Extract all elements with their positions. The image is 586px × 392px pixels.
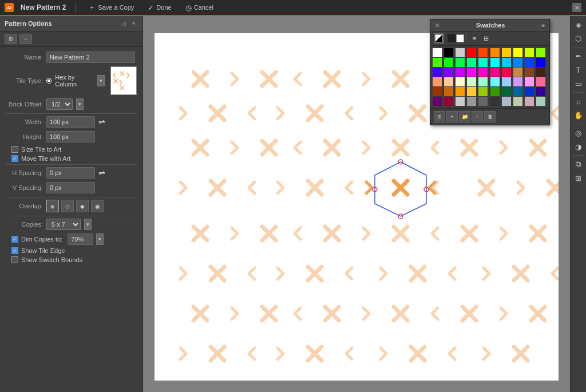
- color-swatch-14[interactable]: [478, 58, 488, 67]
- dim-pct-arrow[interactable]: ▾: [96, 233, 104, 245]
- color-swatch-7[interactable]: [513, 48, 522, 57]
- color-swatch-55[interactable]: [490, 97, 500, 106]
- height-input[interactable]: [46, 131, 95, 142]
- color-swatch-16[interactable]: [502, 58, 511, 67]
- color-swatch-32[interactable]: [456, 77, 465, 86]
- color-swatch-35[interactable]: [490, 77, 500, 86]
- color-swatch-4[interactable]: [478, 48, 488, 57]
- color-swatch-31[interactable]: [444, 77, 453, 86]
- copies-arrow[interactable]: ▾: [84, 219, 92, 230]
- swatch-fill-icon[interactable]: [434, 33, 444, 43]
- color-swatch-13[interactable]: [467, 58, 476, 67]
- show-tile-edge-checkbox[interactable]: ✓: [11, 247, 18, 254]
- panel-collapse-icon[interactable]: ◁: [120, 19, 128, 27]
- swatch-view-grid[interactable]: ⊞: [481, 33, 491, 43]
- swatch-add-btn[interactable]: +: [446, 111, 458, 122]
- color-swatch-5[interactable]: [490, 48, 500, 57]
- width-input[interactable]: [46, 116, 95, 128]
- overlap-btn-4[interactable]: ◉: [91, 200, 104, 212]
- swatch-delete-btn[interactable]: 🗑: [484, 111, 496, 122]
- swatch-folder-btn[interactable]: 📁: [459, 111, 470, 122]
- color-swatch-49[interactable]: [536, 87, 545, 96]
- color-swatch-46[interactable]: [502, 87, 511, 96]
- canvas-area[interactable]: ✕ Swatches ≡ ≡ ⊞: [143, 16, 570, 392]
- swatch-groups-btn[interactable]: ⊞: [434, 111, 445, 122]
- done-button[interactable]: ✓ Done: [144, 2, 175, 13]
- color-swatch-40[interactable]: [433, 87, 442, 96]
- color-swatch-30[interactable]: [433, 77, 442, 86]
- color-swatch-6[interactable]: [502, 48, 511, 57]
- color-swatch-0[interactable]: [433, 48, 442, 57]
- color-swatch-45[interactable]: [490, 87, 500, 96]
- tool-gradient[interactable]: ◑: [572, 140, 585, 153]
- copies-select[interactable]: 5 x 7: [46, 219, 81, 230]
- tool-align[interactable]: ⊞: [572, 172, 585, 184]
- color-swatch-25[interactable]: [490, 68, 500, 77]
- color-swatch-2[interactable]: [456, 48, 465, 57]
- swatch-white[interactable]: [456, 34, 464, 42]
- color-swatch-33[interactable]: [467, 77, 476, 86]
- color-swatch-39[interactable]: [536, 77, 545, 86]
- color-swatch-58[interactable]: [525, 97, 534, 106]
- tool-type[interactable]: T: [572, 64, 585, 76]
- color-swatch-50[interactable]: [433, 97, 442, 106]
- swatches-close-icon[interactable]: ✕: [435, 22, 440, 29]
- color-swatch-51[interactable]: [444, 97, 453, 106]
- tool-color[interactable]: ◎: [572, 126, 585, 139]
- color-swatch-8[interactable]: [525, 48, 534, 57]
- swatches-menu-icon[interactable]: ≡: [541, 22, 545, 29]
- color-swatch-18[interactable]: [525, 58, 534, 67]
- color-swatch-11[interactable]: [444, 58, 453, 67]
- hv-link-icon[interactable]: ⇌: [98, 168, 105, 177]
- color-swatch-34[interactable]: [478, 77, 488, 86]
- color-swatch-19[interactable]: [536, 58, 545, 67]
- color-swatch-17[interactable]: [513, 58, 522, 67]
- arrow-btn[interactable]: ↔: [19, 34, 32, 44]
- color-swatch-24[interactable]: [478, 68, 488, 77]
- move-tile-checkbox[interactable]: ✓: [11, 155, 18, 162]
- tool-zoom[interactable]: ⌕: [572, 95, 585, 108]
- swatch-view-list[interactable]: ≡: [469, 33, 480, 43]
- color-swatch-9[interactable]: [536, 48, 545, 57]
- tool-select[interactable]: ◈: [572, 18, 585, 31]
- panel-menu-icon[interactable]: ≡: [130, 19, 138, 27]
- color-swatch-26[interactable]: [502, 68, 511, 77]
- color-swatch-15[interactable]: [490, 58, 500, 67]
- tile-icon-btn[interactable]: ⊞: [5, 34, 17, 44]
- color-swatch-37[interactable]: [513, 77, 522, 86]
- swatch-move-btn[interactable]: ↑: [472, 111, 483, 122]
- color-swatch-41[interactable]: [444, 87, 453, 96]
- color-swatch-27[interactable]: [513, 68, 522, 77]
- color-swatch-38[interactable]: [525, 77, 534, 86]
- color-swatch-47[interactable]: [513, 87, 522, 96]
- color-swatch-10[interactable]: [433, 58, 442, 67]
- color-swatch-22[interactable]: [456, 68, 465, 77]
- overlap-btn-2[interactable]: ◇: [61, 200, 74, 212]
- color-swatch-42[interactable]: [456, 87, 465, 96]
- h-spacing-input[interactable]: [46, 167, 95, 179]
- overlap-btn-3[interactable]: ◆: [76, 200, 89, 212]
- tool-hand[interactable]: ✋: [572, 109, 585, 121]
- save-copy-button[interactable]: ＋ Save a Copy: [85, 1, 137, 14]
- color-swatch-3[interactable]: [467, 48, 476, 57]
- tool-pen[interactable]: ✒: [572, 50, 585, 62]
- color-swatch-20[interactable]: [433, 68, 442, 77]
- window-close-button[interactable]: ✕: [572, 3, 581, 12]
- tool-shape[interactable]: ▭: [572, 77, 585, 90]
- color-swatch-52[interactable]: [456, 97, 465, 106]
- color-swatch-12[interactable]: [456, 58, 465, 67]
- name-input[interactable]: [46, 52, 135, 63]
- tile-type-dropdown[interactable]: ▾: [97, 75, 105, 86]
- color-swatch-59[interactable]: [536, 97, 545, 106]
- tool-layers[interactable]: ⧉: [572, 158, 585, 171]
- size-tile-checkbox[interactable]: [11, 146, 18, 153]
- show-swatch-bounds-checkbox[interactable]: [11, 256, 18, 263]
- dim-copies-input[interactable]: [68, 233, 93, 245]
- color-swatch-29[interactable]: [536, 68, 545, 77]
- color-swatch-48[interactable]: [525, 87, 534, 96]
- color-swatch-28[interactable]: [525, 68, 534, 77]
- color-swatch-1[interactable]: [444, 48, 453, 57]
- color-swatch-23[interactable]: [467, 68, 476, 77]
- color-swatch-56[interactable]: [502, 97, 511, 106]
- color-swatch-43[interactable]: [467, 87, 476, 96]
